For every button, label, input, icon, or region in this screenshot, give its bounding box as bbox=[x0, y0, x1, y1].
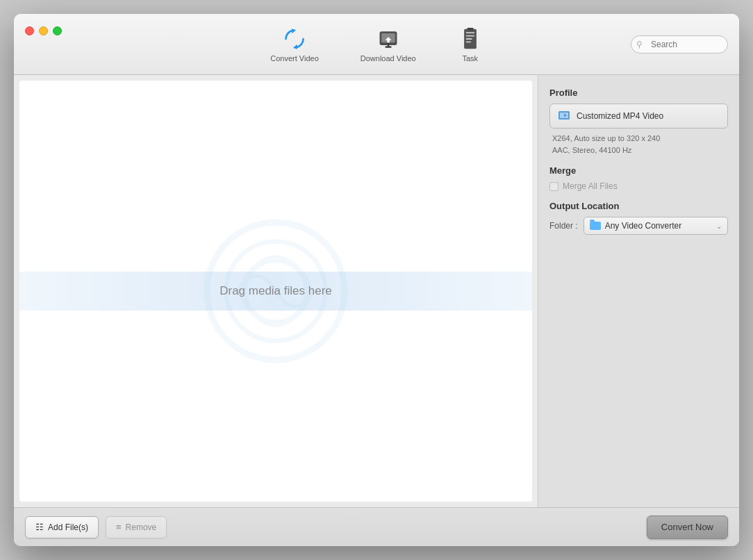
maximize-button[interactable] bbox=[53, 26, 62, 35]
profile-details: X264, Auto size up to 320 x 240 AAC, Ste… bbox=[549, 133, 728, 156]
main-window: Convert Video Download Video bbox=[14, 14, 739, 546]
output-section-title: Output Location bbox=[549, 201, 728, 211]
remove-button[interactable]: ≡ Remove bbox=[106, 516, 167, 538]
folder-row: Folder : Any Video Converter ⌄ bbox=[549, 217, 728, 235]
merge-section: Merge Merge All Files bbox=[549, 165, 728, 191]
folder-selector[interactable]: Any Video Converter ⌄ bbox=[584, 217, 728, 235]
svg-rect-7 bbox=[465, 38, 472, 40]
folder-chevron-icon: ⌄ bbox=[716, 222, 722, 230]
task-icon bbox=[458, 26, 483, 51]
drop-zone-text: Drag media files here bbox=[220, 284, 332, 298]
search-box: ⚲ bbox=[631, 35, 728, 53]
profile-section: Profile Customized MP4 Video X264, Auto … bbox=[549, 88, 728, 156]
tab-download-video-label: Download Video bbox=[361, 54, 416, 63]
svg-marker-1 bbox=[295, 44, 297, 49]
drop-zone[interactable]: Drag media files here bbox=[19, 81, 532, 502]
profile-detail-line1: X264, Auto size up to 320 x 240 bbox=[552, 133, 725, 145]
svg-rect-9 bbox=[467, 28, 473, 31]
tab-convert-video[interactable]: Convert Video bbox=[263, 22, 326, 67]
tab-task-label: Task bbox=[462, 54, 478, 63]
tab-download-video[interactable]: Download Video bbox=[354, 22, 423, 67]
add-files-button[interactable]: ☷ Add File(s) bbox=[25, 516, 99, 538]
svg-rect-8 bbox=[465, 41, 470, 42]
output-section: Output Location Folder : Any Video Conve… bbox=[549, 201, 728, 235]
tab-task[interactable]: Task bbox=[451, 22, 490, 67]
profile-icon bbox=[557, 109, 571, 123]
convert-now-button[interactable]: Convert Now bbox=[647, 516, 728, 539]
tab-convert-video-label: Convert Video bbox=[270, 54, 319, 63]
folder-label: Folder : bbox=[549, 221, 578, 231]
titlebar: Convert Video Download Video bbox=[14, 14, 739, 75]
search-input[interactable] bbox=[631, 35, 728, 53]
bottom-bar: ☷ Add File(s) ≡ Remove Convert Now bbox=[14, 507, 739, 546]
remove-icon: ≡ bbox=[116, 522, 122, 532]
merge-all-files-label: Merge All Files bbox=[563, 181, 618, 191]
profile-section-title: Profile bbox=[549, 88, 728, 98]
svg-rect-6 bbox=[465, 35, 474, 36]
merge-all-files-row: Merge All Files bbox=[549, 181, 728, 191]
traffic-lights bbox=[25, 26, 62, 35]
add-files-label: Add File(s) bbox=[48, 522, 88, 532]
minimize-button[interactable] bbox=[39, 26, 48, 35]
folder-icon bbox=[590, 222, 601, 230]
svg-marker-0 bbox=[292, 28, 295, 33]
profile-selector[interactable]: Customized MP4 Video bbox=[549, 104, 728, 129]
sidebar: Profile Customized MP4 Video X264, Auto … bbox=[538, 75, 739, 507]
svg-rect-5 bbox=[465, 32, 474, 33]
close-button[interactable] bbox=[25, 26, 34, 35]
main-area: Drag media files here Profile Customized… bbox=[14, 75, 739, 507]
profile-detail-line2: AAC, Stereo, 44100 Hz bbox=[552, 145, 725, 156]
profile-name: Customized MP4 Video bbox=[577, 111, 720, 121]
remove-label: Remove bbox=[126, 522, 157, 532]
merge-section-title: Merge bbox=[549, 165, 728, 176]
add-files-icon: ☷ bbox=[35, 522, 44, 532]
search-icon: ⚲ bbox=[636, 40, 643, 49]
download-video-icon bbox=[376, 26, 401, 51]
merge-all-files-checkbox[interactable] bbox=[549, 182, 558, 191]
convert-video-icon bbox=[282, 26, 307, 51]
convert-now-label: Convert Now bbox=[661, 522, 713, 532]
folder-name: Any Video Converter bbox=[605, 221, 712, 231]
toolbar-tabs: Convert Video Download Video bbox=[263, 22, 489, 67]
